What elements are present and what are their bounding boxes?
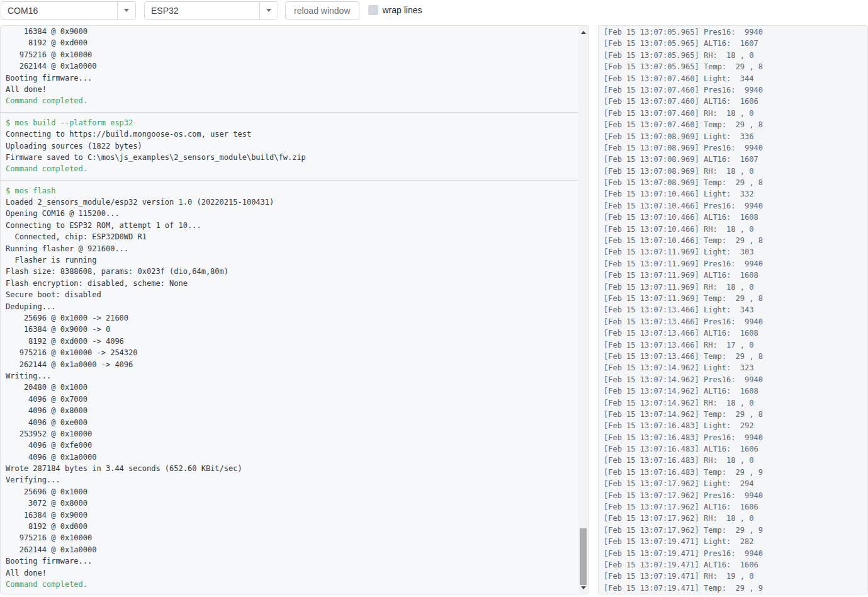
console-line: 16384 @ 0x9000 <box>6 509 578 521</box>
log-line: [Feb 15 13:07:10.466] Light: 332 <box>604 188 867 200</box>
console-line: 253952 @ 0x10000 <box>6 428 578 440</box>
console-scrollbar[interactable] <box>578 26 588 593</box>
console-panel: 16384 @ 0x9000 8192 @ 0xd000 975216 @ 0x… <box>0 25 589 594</box>
log-line: [Feb 15 13:07:14.962] ALT16: 1608 <box>604 385 867 397</box>
console-line: 4096 @ 0x7000 <box>6 394 578 405</box>
console-line: $ mos build --platform esp32 <box>6 117 578 128</box>
log-line: [Feb 15 13:07:19.471] RH: 19 , 0 <box>604 571 867 582</box>
log-line: [Feb 15 13:07:08.969] Pres16: 9940 <box>604 142 867 154</box>
console-line: 262144 @ 0x1a0000 <box>6 60 578 72</box>
console-line: All done! <box>6 84 578 95</box>
console-line: 16384 @ 0x9000 <box>6 26 578 37</box>
console-output: 16384 @ 0x9000 8192 @ 0xd000 975216 @ 0x… <box>1 26 578 593</box>
log-line: [Feb 15 13:07:14.962] Temp: 29 , 8 <box>604 409 867 420</box>
console-line: 262144 @ 0x1a0000 <box>6 544 578 555</box>
port-input[interactable] <box>1 2 117 19</box>
port-dropdown-button[interactable] <box>117 2 135 19</box>
log-line: [Feb 15 13:07:17.962] RH: 18 , 0 <box>604 513 867 524</box>
console-line: 25696 @ 0x1000 <box>6 486 578 498</box>
wrap-lines-checkbox[interactable] <box>368 5 378 15</box>
console-line: 25696 @ 0x1000 -> 21600 <box>6 312 578 324</box>
console-line: Command completed. <box>6 95 578 106</box>
log-line: [Feb 15 13:07:16.483] Pres16: 9940 <box>604 432 867 443</box>
log-line: [Feb 15 13:07:14.962] RH: 18 , 0 <box>604 397 867 409</box>
log-line: [Feb 15 13:07:17.962] Light: 294 <box>604 478 867 489</box>
log-line: [Feb 15 13:07:19.471] ALT16: 1606 <box>604 559 867 571</box>
log-line: [Feb 15 13:07:14.962] Pres16: 9940 <box>604 374 867 385</box>
console-line: Command completed. <box>6 579 578 590</box>
command-divider <box>1 180 578 181</box>
console-line: Connected, chip: ESP32D0WD R1 <box>6 231 578 242</box>
toolbar: reload window wrap lines <box>0 0 868 20</box>
console-line: Booting firmware... <box>6 555 578 567</box>
console-line: Opening COM16 @ 115200... <box>6 208 578 219</box>
console-line: Connecting to ESP32 ROM, attempt 1 of 10… <box>6 220 578 231</box>
console-line: Secure boot: disabled <box>6 289 578 300</box>
platform-combo <box>144 1 278 20</box>
console-line: Booting firmware... <box>6 72 578 84</box>
command-divider <box>1 112 578 113</box>
console-line: Loaded 2_sensors_module/esp32 version 1.… <box>6 196 578 208</box>
log-line: [Feb 15 13:07:07.460] Pres16: 9940 <box>604 84 867 96</box>
console-line: 975216 @ 0x10000 <box>6 532 578 543</box>
device-log-panel: [Feb 15 13:07:05.965] Pres16: 9940[Feb 1… <box>598 25 868 594</box>
console-line: Wrote 287184 bytes in 3.44 seconds (652.… <box>6 463 578 474</box>
scrollbar-down-button[interactable] <box>578 583 588 593</box>
console-line: Flasher is running <box>6 254 578 266</box>
log-line: [Feb 15 13:07:08.969] Temp: 29 , 8 <box>604 177 867 188</box>
console-line: Verifying... <box>6 474 578 486</box>
log-line: [Feb 15 13:07:08.969] ALT16: 1607 <box>604 154 867 165</box>
console-line: Flash encryption: disabled, scheme: None <box>6 278 578 289</box>
console-line: 4096 @ 0x1a0000 <box>6 452 578 463</box>
platform-dropdown-button[interactable] <box>259 2 278 19</box>
platform-input[interactable] <box>145 2 259 19</box>
console-line: 20480 @ 0x1000 <box>6 382 578 393</box>
console-line: Command completed. <box>6 163 578 174</box>
log-line: [Feb 15 13:07:10.466] Temp: 29 , 8 <box>604 235 867 246</box>
console-line: 16384 @ 0x9000 -> 0 <box>6 324 578 335</box>
log-line: [Feb 15 13:07:17.962] Pres16: 9940 <box>604 490 867 501</box>
chevron-down-icon <box>266 9 271 12</box>
log-line: [Feb 15 13:07:07.460] Light: 344 <box>604 73 867 84</box>
console-line: Deduping... <box>6 301 578 312</box>
console-line: 4096 @ 0xe000 <box>6 417 578 428</box>
log-line: [Feb 15 13:07:19.471] Light: 282 <box>604 536 867 547</box>
log-line: [Feb 15 13:07:13.466] Temp: 29 , 8 <box>604 351 867 362</box>
console-line: 4096 @ 0x8000 <box>6 405 578 416</box>
log-line: [Feb 15 13:07:07.460] Temp: 29 , 8 <box>604 119 867 130</box>
reload-window-button[interactable]: reload window <box>285 1 359 20</box>
console-line: Firmware saved to C:\mos\js_examples\2_s… <box>6 152 578 163</box>
log-line: [Feb 15 13:07:11.969] ALT16: 1608 <box>604 270 867 281</box>
log-line: [Feb 15 13:07:16.483] Light: 292 <box>604 420 867 431</box>
console-line: 975216 @ 0x10000 -> 254320 <box>6 347 578 358</box>
log-line: [Feb 15 13:07:05.965] Temp: 29 , 8 <box>604 61 867 72</box>
console-line: 3072 @ 0x8000 <box>6 498 578 509</box>
log-line: [Feb 15 13:07:11.969] Light: 303 <box>604 246 867 258</box>
log-line: [Feb 15 13:07:13.466] RH: 17 , 0 <box>604 339 867 351</box>
log-line: [Feb 15 13:07:05.965] Pres16: 9940 <box>604 26 867 38</box>
console-line: 8192 @ 0xd000 <box>6 521 578 532</box>
console-line: 8192 @ 0xd000 -> 4096 <box>6 336 578 347</box>
log-line: [Feb 15 13:07:05.965] ALT16: 1607 <box>604 38 867 49</box>
arrow-down-icon <box>581 586 586 589</box>
log-line: [Feb 15 13:07:08.969] RH: 18 , 0 <box>604 166 867 177</box>
log-line: [Feb 15 13:07:13.466] Pres16: 9940 <box>604 316 867 327</box>
chevron-down-icon <box>124 9 129 12</box>
arrow-up-icon <box>581 31 586 34</box>
log-line: [Feb 15 13:07:10.466] Pres16: 9940 <box>604 200 867 212</box>
log-line: [Feb 15 13:07:11.969] Temp: 29 , 8 <box>604 293 867 304</box>
log-line: [Feb 15 13:07:17.962] ALT16: 1606 <box>604 501 867 513</box>
log-line: [Feb 15 13:07:11.969] Pres16: 9940 <box>604 258 867 270</box>
log-line: [Feb 15 13:07:07.460] RH: 18 , 0 <box>604 108 867 119</box>
scrollbar-thumb[interactable] <box>580 528 587 585</box>
console-line: Running flasher @ 921600... <box>6 243 578 254</box>
scrollbar-up-button[interactable] <box>578 27 588 37</box>
log-line: [Feb 15 13:07:05.965] RH: 18 , 0 <box>604 50 867 61</box>
log-line: [Feb 15 13:07:07.460] ALT16: 1606 <box>604 96 867 107</box>
log-line: [Feb 15 13:07:11.969] RH: 18 , 0 <box>604 281 867 293</box>
console-line: Flash size: 8388608, params: 0x023f (dio… <box>6 266 578 277</box>
log-line: [Feb 15 13:07:10.466] RH: 18 , 0 <box>604 224 867 235</box>
console-line: Connecting to https://build.mongoose-os.… <box>6 128 578 140</box>
wrap-lines-label: wrap lines <box>383 5 422 15</box>
log-line: [Feb 15 13:07:08.969] Light: 336 <box>604 131 867 142</box>
